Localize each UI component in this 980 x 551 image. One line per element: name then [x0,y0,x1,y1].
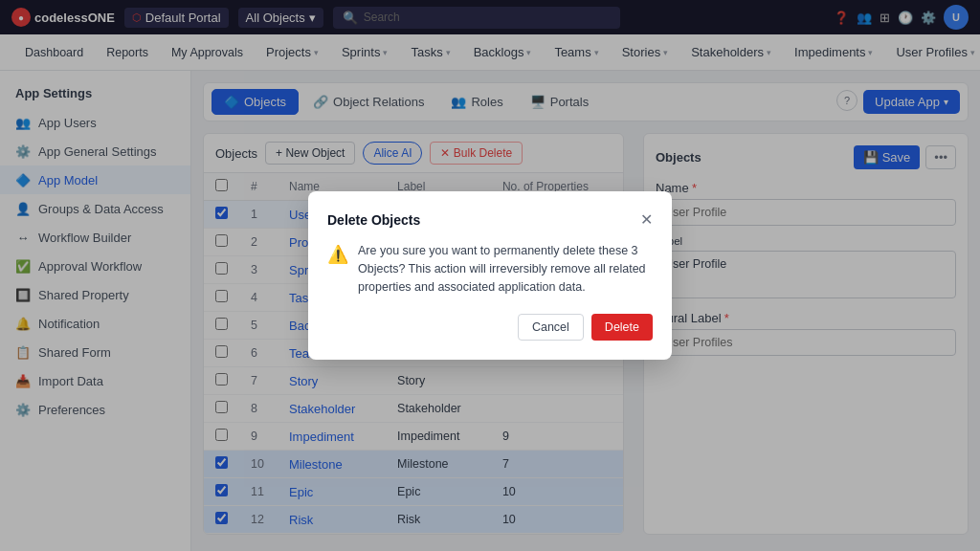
modal-overlay: Delete Objects ✕ ⚠️ Are you sure you wan… [0,0,980,551]
modal-title: Delete Objects [327,212,420,228]
modal-header: Delete Objects ✕ [327,210,653,229]
modal-footer: Cancel Delete [327,314,653,341]
modal-close-button[interactable]: ✕ [640,210,653,229]
delete-button[interactable]: Delete [591,314,653,341]
delete-modal: Delete Objects ✕ ⚠️ Are you sure you wan… [308,191,672,359]
modal-message: Are you sure you want to permanently del… [358,242,653,296]
warning-icon: ⚠️ [327,244,348,296]
cancel-button[interactable]: Cancel [518,314,584,341]
modal-body: ⚠️ Are you sure you want to permanently … [327,242,653,296]
